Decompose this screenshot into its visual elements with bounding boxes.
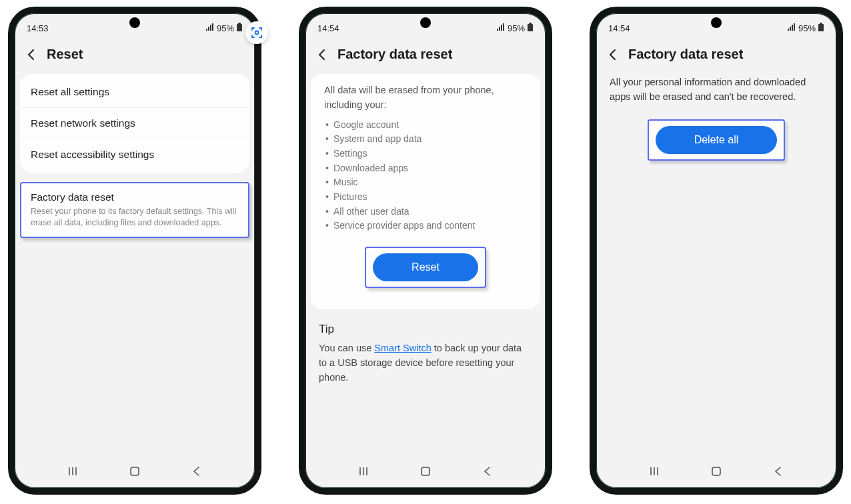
factory-reset-title: Factory data reset (31, 191, 239, 203)
reset-button-highlight: Reset (365, 247, 486, 288)
back-button[interactable] (606, 47, 620, 62)
page-title: Factory data reset (337, 47, 452, 62)
battery-icon (236, 23, 243, 34)
signal-icon (787, 23, 796, 33)
svg-rect-7 (818, 24, 824, 31)
list-item: Pictures (333, 190, 527, 205)
list-item: All other user data (333, 205, 527, 219)
tip-text-before: You can use (319, 343, 374, 353)
tip-body: You can use Smart Switch to back up your… (305, 341, 546, 385)
factory-data-reset-item[interactable]: Factory data reset Reset your phone to i… (20, 182, 249, 238)
clock-text: 14:54 (608, 23, 630, 33)
recents-icon[interactable] (65, 464, 80, 479)
battery-text: 95% (508, 23, 525, 33)
svg-rect-2 (131, 467, 139, 475)
tip-heading: Tip (305, 316, 546, 341)
erase-items-list: Google account System and app data Setti… (311, 118, 540, 243)
home-icon[interactable] (709, 464, 724, 479)
page-title: Reset (47, 47, 83, 62)
back-button[interactable] (315, 47, 329, 62)
battery-icon (818, 23, 824, 34)
erase-intro-text: All data will be erased from your phone,… (311, 83, 540, 118)
svg-rect-9 (712, 467, 720, 475)
page-title: Factory data reset (628, 47, 743, 62)
signal-icon (205, 23, 215, 33)
reset-network-settings-item[interactable]: Reset network settings (20, 107, 249, 139)
svg-rect-0 (237, 24, 242, 31)
erase-info-card: All data will be erased from your phone,… (311, 74, 540, 309)
list-item: Music (333, 175, 527, 190)
battery-text: 95% (217, 23, 234, 33)
clock-text: 14:54 (317, 23, 339, 33)
home-icon[interactable] (418, 464, 433, 479)
svg-rect-6 (421, 467, 430, 475)
signal-icon (496, 23, 506, 33)
list-item: Google account (333, 118, 527, 133)
back-nav-icon[interactable] (771, 464, 786, 479)
back-nav-icon[interactable] (480, 464, 495, 479)
phone-frame-3: 14:54 95% Factory data reset All your pe… (590, 7, 843, 495)
phone-frame-2: 14:54 95% Factory data reset All data wi… (299, 7, 552, 495)
navigation-bar (596, 457, 836, 488)
back-nav-icon[interactable] (189, 464, 204, 479)
clock-text: 14:53 (27, 23, 49, 33)
navigation-bar (15, 457, 255, 488)
reset-button[interactable]: Reset (373, 253, 478, 281)
list-item: Service provider apps and content (333, 219, 527, 233)
factory-reset-desc: Reset your phone to its factory default … (31, 206, 239, 229)
camera-notch (129, 17, 140, 28)
svg-rect-8 (820, 23, 822, 24)
camera-notch (420, 17, 431, 28)
list-item: Settings (333, 147, 527, 161)
back-button[interactable] (24, 47, 39, 62)
final-warning-text: All your personal information and downlo… (596, 74, 836, 115)
reset-accessibility-settings-item[interactable]: Reset accessibility settings (20, 139, 249, 170)
recents-icon[interactable] (356, 464, 371, 479)
reset-all-settings-item[interactable]: Reset all settings (20, 77, 249, 107)
list-item: Downloaded apps (333, 161, 527, 176)
smart-switch-link[interactable]: Smart Switch (374, 343, 431, 353)
settings-list: Reset all settings Reset network setting… (20, 74, 249, 173)
home-icon[interactable] (127, 464, 142, 479)
recents-icon[interactable] (647, 464, 662, 479)
delete-all-button[interactable]: Delete all (656, 126, 778, 154)
screenshot-crop-icon[interactable] (245, 21, 268, 44)
battery-text: 95% (798, 23, 816, 33)
camera-notch (711, 17, 722, 28)
svg-rect-4 (528, 24, 533, 31)
svg-point-3 (255, 31, 259, 35)
phone-frame-1: 14:53 95% Reset Reset all settings Reset… (8, 7, 261, 495)
navigation-bar (305, 457, 546, 488)
list-item: System and app data (333, 132, 527, 147)
svg-rect-5 (529, 23, 532, 24)
svg-rect-1 (238, 23, 241, 24)
battery-icon (527, 23, 534, 34)
delete-all-button-highlight: Delete all (648, 119, 786, 161)
